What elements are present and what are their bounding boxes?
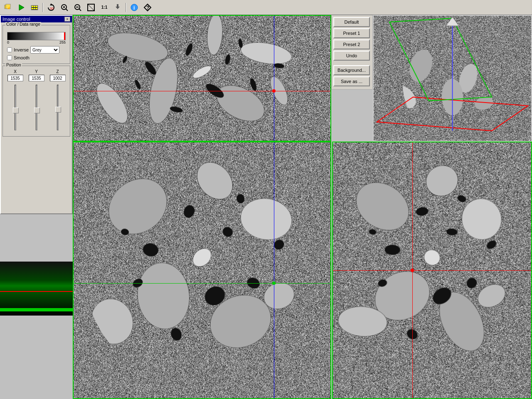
svg-line-19: [79, 9, 81, 11]
x-slider[interactable]: [12, 85, 19, 130]
image-control-panel: Image control × Color / Data range 0 255…: [0, 15, 73, 214]
svg-text:3D: 3D: [50, 7, 54, 10]
panel-title: Image control: [2, 17, 30, 22]
yz-view[interactable]: [332, 142, 532, 399]
toolbar-btn-fit[interactable]: [85, 2, 97, 13]
svg-rect-10: [36, 8, 37, 9]
color-section-label: Color / Data range: [5, 22, 41, 27]
toolbar-btn-help[interactable]: ?: [141, 2, 154, 13]
smooth-row: Smooth: [7, 55, 66, 60]
y-input[interactable]: [29, 75, 44, 81]
view-3d[interactable]: [373, 15, 532, 142]
colormap-select[interactable]: Grey Hot Cool Jet: [30, 46, 59, 54]
xy-crosshair-v: [274, 16, 274, 141]
save-as-btn[interactable]: Save as ...: [333, 76, 370, 86]
svg-rect-1: [6, 4, 10, 9]
toolbar-btn-1to1[interactable]: 1:1: [98, 2, 111, 13]
top-views-row: [73, 15, 532, 142]
z-header: Z: [49, 69, 66, 74]
y-slider-thumb: [34, 108, 40, 113]
inverse-label: Inverse: [14, 47, 29, 52]
xy-crosshair-dot: [272, 89, 276, 93]
smooth-checkbox[interactable]: [7, 55, 12, 60]
xz-canvas: [74, 142, 330, 398]
color-gradient: [7, 32, 66, 40]
inverse-row: Inverse Grey Hot Cool Jet: [7, 46, 66, 54]
xy-crosshair-h: [74, 91, 330, 91]
yz-crosshair-dot: [411, 269, 414, 272]
position-section: Position X Y Z: [2, 66, 70, 137]
xz-crosshair-dot: [272, 282, 276, 285]
x-slider-track: [15, 85, 16, 130]
z-input[interactable]: [50, 75, 66, 81]
y-header: Y: [28, 69, 45, 74]
x-input[interactable]: [7, 75, 23, 81]
toolbar-btn-pan[interactable]: [111, 2, 124, 13]
canvas-3d: [374, 16, 531, 141]
toolbar: 3D 1:1 i: [0, 0, 532, 15]
inverse-checkbox[interactable]: [7, 47, 12, 52]
svg-rect-8: [32, 8, 33, 9]
sliders-row: [5, 83, 68, 133]
preset-panel: Default Preset 1 Preset 2 Undo Backgroun…: [331, 15, 373, 90]
gradient-red-marker: [64, 32, 65, 40]
x-header: X: [7, 69, 24, 74]
xyz-headers: X Y Z: [5, 69, 68, 74]
bottom-views-row: [73, 142, 532, 399]
svg-marker-3: [19, 5, 24, 10]
preview-canvas: [0, 262, 73, 316]
preset2-btn[interactable]: Preset 2: [333, 39, 370, 49]
panel-close-btn[interactable]: ×: [64, 17, 70, 22]
background-btn[interactable]: Background...: [333, 65, 370, 75]
preview-red-line: [0, 291, 73, 292]
position-section-label: Position: [5, 63, 22, 67]
svg-rect-7: [36, 6, 37, 7]
x-slider-thumb: [13, 108, 19, 113]
preview-green-bar: [0, 308, 73, 311]
svg-rect-9: [34, 8, 35, 9]
svg-rect-5: [32, 6, 33, 7]
xz-crosshair-v: [274, 142, 274, 398]
xz-crosshair-h: [74, 283, 330, 284]
preset1-btn[interactable]: Preset 1: [333, 28, 370, 38]
main-viewport: Default Preset 1 Preset 2 Undo Backgroun…: [73, 15, 532, 399]
yz-crosshair-h: [333, 270, 531, 271]
toolbar-btn-1[interactable]: [2, 2, 14, 13]
toolbar-sep-2: [126, 3, 126, 12]
preview-inner: [0, 262, 73, 316]
smooth-label: Smooth: [14, 55, 30, 60]
xy-view[interactable]: [73, 15, 331, 142]
z-slider[interactable]: [54, 85, 61, 130]
toolbar-sep-1: [42, 3, 43, 12]
gradient-labels: 0 255: [7, 40, 66, 44]
panel-title-bar: Image control ×: [1, 16, 72, 22]
svg-text:?: ?: [146, 5, 149, 11]
image-preview: [0, 262, 73, 316]
default-btn[interactable]: Default: [333, 17, 370, 27]
y-slider-track: [36, 85, 37, 130]
toolbar-btn-zoom-in[interactable]: [58, 2, 71, 13]
z-slider-track: [57, 85, 59, 130]
toolbar-btn-rotate[interactable]: 3D: [45, 2, 57, 13]
xyz-values: [5, 75, 68, 81]
zoom-label: 1:1: [101, 5, 107, 10]
gradient-min: 0: [7, 40, 9, 44]
toolbar-btn-zoom-out[interactable]: [71, 2, 84, 13]
z-slider-thumb: [55, 107, 61, 113]
y-slider[interactable]: [33, 85, 40, 130]
xz-view[interactable]: [73, 142, 331, 399]
svg-line-21: [88, 4, 94, 11]
gradient-max: 255: [59, 40, 66, 44]
svg-text:i: i: [133, 5, 135, 11]
toolbar-btn-play[interactable]: [15, 2, 27, 13]
xy-canvas: [74, 16, 330, 141]
svg-rect-6: [34, 6, 35, 7]
toolbar-btn-info[interactable]: i: [128, 2, 140, 13]
toolbar-btn-movie[interactable]: [28, 2, 41, 13]
undo-btn[interactable]: Undo: [333, 51, 370, 61]
svg-line-16: [66, 9, 68, 11]
